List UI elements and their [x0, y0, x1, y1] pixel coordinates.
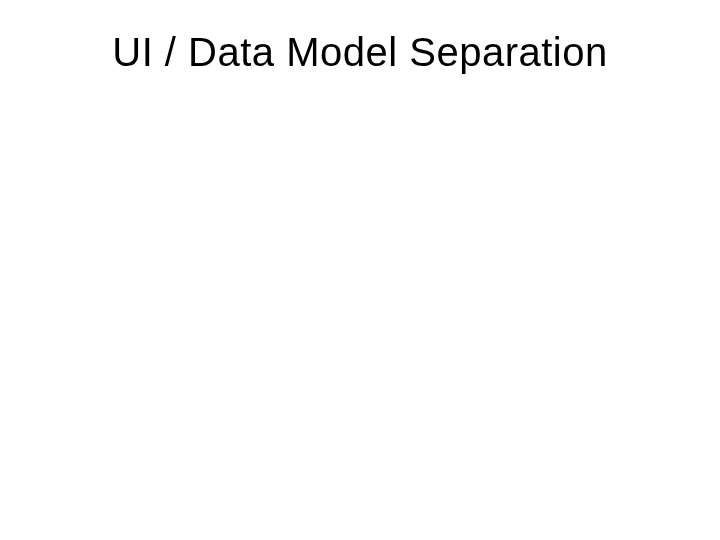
slide-container: UI / Data Model Separation — [0, 0, 720, 540]
slide-title: UI / Data Model Separation — [60, 30, 660, 75]
